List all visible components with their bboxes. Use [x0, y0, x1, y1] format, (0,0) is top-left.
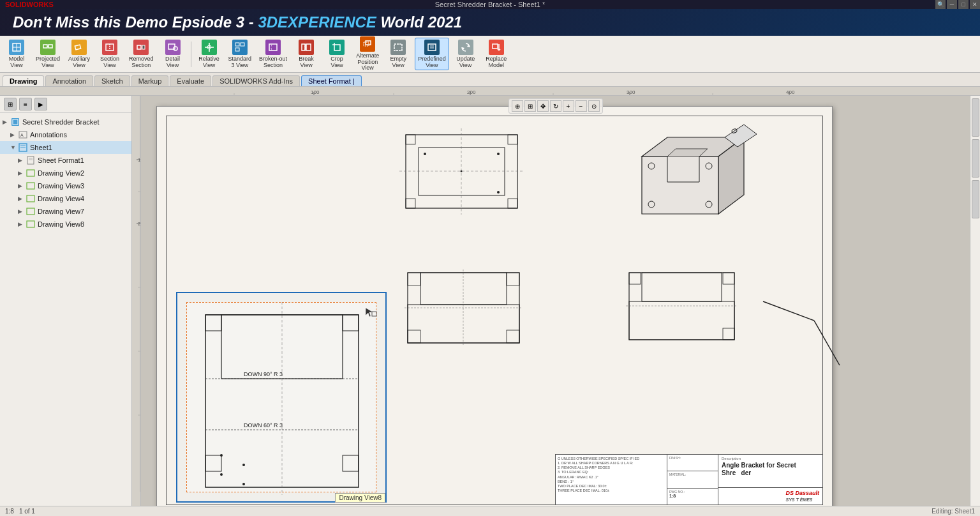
tab-evaluate[interactable]: Evaluate	[170, 75, 211, 86]
demo-text: Don't Miss this Demo Epsiode 3 - 3DEXPER…	[13, 13, 462, 31]
annotations-label: Annotations	[30, 131, 67, 139]
zoom-fit-icon[interactable]: ⊕	[512, 100, 523, 112]
svg-text:300: 300	[627, 89, 635, 95]
drawing-canvas[interactable]: DOWN 90° R 3 DOWN 60° R 3 Drawing View8	[141, 96, 970, 506]
drawing-view-front[interactable]	[405, 269, 523, 346]
model-view-icon	[9, 40, 24, 55]
tab-drawing[interactable]: Drawing	[3, 75, 44, 86]
sidebar-item-drawing-view7[interactable]: ▶ Drawing View7	[0, 205, 131, 218]
svg-text:200: 200	[467, 89, 476, 95]
demo-text-part1: Don't Miss this Demo Epsiode 3 -	[13, 13, 258, 31]
tab-sketch[interactable]: Sketch	[94, 75, 130, 86]
drawing-view-iso[interactable]	[616, 118, 769, 236]
sidebar-item-drawing-view2[interactable]: ▶ Drawing View2	[0, 167, 131, 179]
svg-rect-113	[205, 315, 221, 331]
sidebar-item-sheet-format1[interactable]: ▶ Sheet Format1	[0, 154, 131, 167]
toolbar-projected-view[interactable]: ProjectedView	[33, 38, 63, 70]
window-controls[interactable]: 🔍 ─ □ ✕	[935, 0, 980, 9]
detail-view-icon	[165, 40, 181, 55]
tree-arrow-dv3: ▶	[18, 183, 26, 189]
toolbar-detail-view[interactable]: DetailView	[159, 38, 187, 70]
status-scale: 1:8	[5, 508, 14, 515]
rotate-icon[interactable]: ↻	[550, 100, 561, 112]
tab-markup[interactable]: Markup	[131, 75, 169, 86]
svg-rect-115	[205, 455, 221, 471]
svg-text:100: 100	[311, 89, 320, 95]
tab-sheet-format[interactable]: Sheet Format |	[301, 75, 362, 86]
ruler-left: 100 200	[132, 96, 141, 506]
drawing-view8-label: Drawing View8	[38, 220, 84, 228]
projected-view-icon	[40, 40, 56, 55]
toolbar-relative-view[interactable]: RelativeView	[195, 38, 223, 70]
tree-arrow-sf1: ▶	[18, 157, 26, 163]
maximize-button[interactable]: □	[958, 0, 969, 9]
empty-view-icon	[390, 40, 406, 55]
svg-rect-21	[306, 44, 311, 50]
floating-view-toolbar[interactable]: ⊕ ⊞ ✥ ↻ + − ⊙	[509, 98, 603, 114]
right-panel-btn-2[interactable]	[972, 139, 979, 178]
replace-model-label: ReplaceModel	[486, 56, 507, 69]
pan-icon[interactable]: ✥	[537, 100, 549, 112]
zoom-out-icon[interactable]: −	[575, 100, 587, 112]
toolbar-replace-model[interactable]: ReplaceModel	[482, 38, 510, 70]
status-editing: Editing: Sheet1	[932, 508, 975, 515]
tab-annotation[interactable]: Annotation	[45, 75, 93, 86]
sidebar-item-drawing-view4[interactable]: ▶ Drawing View4	[0, 192, 131, 205]
drawing-view4-icon	[26, 194, 36, 204]
toolbar-section-view[interactable]: SectionView	[96, 38, 124, 70]
svg-point-86	[497, 153, 500, 155]
sidebar-item-drawing-view3[interactable]: ▶ Drawing View3	[0, 179, 131, 192]
sidebar-expand-btn[interactable]: ▶	[34, 98, 47, 110]
right-panel-btn-3[interactable]	[972, 180, 979, 218]
svg-rect-99	[507, 330, 519, 343]
relative-view-icon	[202, 40, 217, 55]
toolbar-alternate-position[interactable]: AlternatePositionView	[353, 35, 382, 73]
svg-rect-78	[406, 135, 415, 144]
toolbar-removed-section[interactable]: RemovedSection	[126, 38, 156, 70]
toolbar-model-view[interactable]: ModelView	[3, 38, 31, 70]
toolbar-empty-view[interactable]: EmptyView	[384, 38, 412, 70]
normal-to-icon[interactable]: ⊙	[588, 100, 600, 112]
standard-3view-label: Standard3 View	[228, 56, 252, 69]
sidebar-item-annotations[interactable]: ▶ A Annotations	[0, 128, 131, 141]
toolbar-auxiliary-view[interactable]: AuxiliaryView	[65, 38, 93, 70]
projected-view-label: ProjectedView	[36, 56, 60, 69]
section-view-icon	[102, 40, 117, 55]
toolbar-update-view[interactable]: UpdateView	[452, 38, 480, 70]
svg-line-109	[763, 301, 814, 321]
drawing-view-side[interactable]	[626, 269, 738, 343]
sheet-format1-label: Sheet Format1	[38, 156, 84, 164]
tab-solidworks-addins[interactable]: SOLIDWORKS Add-Ins	[212, 75, 300, 86]
toolbar-crop-view[interactable]: CropView	[323, 38, 351, 70]
minimize-button[interactable]: ─	[947, 0, 957, 9]
svg-rect-66	[132, 96, 140, 492]
svg-text:400: 400	[786, 89, 795, 95]
close-button[interactable]: ✕	[970, 0, 980, 9]
toolbar-standard-3view[interactable]: Standard3 View	[226, 38, 255, 70]
svg-rect-33	[493, 44, 498, 49]
svg-rect-17	[241, 43, 244, 46]
svg-rect-80	[406, 199, 415, 208]
svg-text:DOWN  60°  R 3: DOWN 60° R 3	[244, 422, 283, 429]
svg-rect-98	[408, 330, 420, 343]
right-panel-btn-1[interactable]	[972, 98, 979, 137]
sidebar-view-toggle[interactable]: ⊞	[4, 98, 17, 110]
svg-text:A: A	[20, 133, 24, 137]
toolbar-broken-out-section[interactable]: Broken-outSection	[256, 38, 290, 70]
toolbar-predefined-view[interactable]: PredefinedView	[415, 38, 449, 71]
svg-rect-105	[629, 273, 641, 284]
zoom-window-icon[interactable]: ⊞	[524, 100, 536, 112]
search-button[interactable]: 🔍	[935, 0, 946, 9]
sidebar: ⊞ ≡ ▶ ▶ Secret Shredder Bracket ▶ A Anno…	[0, 96, 132, 506]
drawing-view8-selected[interactable]: DOWN 90° R 3 DOWN 60° R 3 Drawing View8	[176, 292, 387, 503]
zoom-in-icon[interactable]: +	[563, 100, 574, 112]
drawing-view-angle[interactable]	[757, 295, 846, 372]
sidebar-list-toggle[interactable]: ≡	[19, 98, 32, 110]
sidebar-item-sheet1[interactable]: ▼ Sheet1	[0, 141, 131, 154]
drawing-view-top[interactable]	[399, 128, 524, 215]
sidebar-item-drawing-view8[interactable]: ▶ Drawing View8	[0, 218, 131, 231]
svg-line-110	[814, 321, 840, 365]
sidebar-root-item[interactable]: ▶ Secret Shredder Bracket	[0, 116, 131, 128]
toolbar-break-view[interactable]: BreakView	[292, 38, 320, 70]
sheet1-icon	[18, 142, 28, 153]
